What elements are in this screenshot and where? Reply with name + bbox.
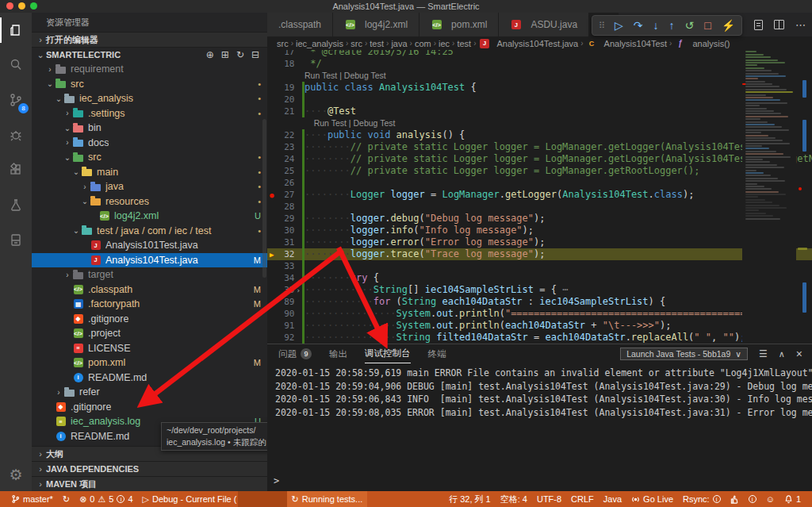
editor-tab-pom-xml[interactable]: </>pom.xml (419, 13, 499, 36)
tree-item-src[interactable]: ⌄src• (32, 77, 267, 92)
open-changes-icon[interactable] (754, 20, 763, 30)
debug-launch-item[interactable]: ▷ Debug - Current File ( (138, 491, 238, 507)
tree-item-resources[interactable]: ⌄resources• (32, 194, 267, 209)
problems-item[interactable]: ⊗0 ⚠5 i4 (75, 491, 137, 507)
editor-tab--classpath[interactable]: .classpath (267, 13, 333, 36)
code-line-22[interactable]: 22····public void analysis() { (267, 129, 812, 141)
step-into-icon[interactable]: ↓ (653, 19, 659, 32)
smiley-icon[interactable]: ☺ (761, 491, 779, 507)
gutter[interactable] (267, 117, 302, 129)
gutter[interactable]: 17 (267, 50, 302, 58)
tree-item-bin[interactable]: ⌄bin (32, 121, 267, 136)
code-line-34[interactable]: 34········try { (267, 272, 812, 284)
overview-ruler[interactable] (798, 50, 812, 344)
tree-item-license[interactable]: ≡LICENSE (32, 341, 267, 356)
code-line-17[interactable]: 17 * @create 2019/5/16 14:25 (267, 50, 812, 58)
gutter[interactable]: ▶32 (267, 248, 302, 260)
gutter[interactable]: 29 (267, 213, 302, 225)
tree-item-log4j2-xml[interactable]: </>log4j2.xmlU (32, 209, 267, 224)
gutter[interactable]: 26 (267, 177, 302, 189)
tree-item--gitignore[interactable]: ◆.gitignore (32, 312, 267, 327)
breadcrumb-item[interactable]: iec_analysis (296, 39, 343, 48)
gutter[interactable]: ●27 (267, 189, 302, 201)
tree-item-target[interactable]: ›target (32, 267, 267, 282)
code-line-19[interactable]: 19public class Analysis104Test { (267, 82, 812, 94)
tree-item-analysis101test-java[interactable]: JAnalysis101Test.java (32, 238, 267, 253)
maximize-panel-icon[interactable]: ∧ (779, 349, 785, 359)
gutter[interactable]: 21 (267, 106, 302, 117)
run-test-link[interactable]: Run Test (314, 118, 347, 128)
tree-item-refer[interactable]: ›refer (32, 385, 267, 400)
tree-item-main[interactable]: ⌄main• (32, 165, 267, 180)
hot-code-replace-icon[interactable]: ⚡ (722, 19, 735, 32)
zoom-window-button[interactable] (30, 2, 37, 10)
gutter[interactable]: 91 (267, 320, 302, 332)
collapse-all-icon[interactable]: ⊟ (251, 48, 259, 63)
sync-icon[interactable]: ↻ (58, 491, 75, 507)
debug-icon[interactable] (0, 117, 32, 152)
code-editor[interactable]: 17 * @create 2019/5/16 14:2518 */Run Tes… (267, 50, 812, 344)
java-dependencies-section[interactable]: › JAVA DEPENDENCIES (32, 461, 267, 476)
code-line-92[interactable]: 92················String filted104DataSt… (267, 332, 812, 344)
tree-item-pom-xml[interactable]: </>pom.xmlM (32, 355, 267, 371)
open-editors-section[interactable]: › 打开的编辑器 (32, 32, 267, 47)
panel-tab-debug-console[interactable]: 调试控制台 (365, 344, 411, 363)
gutter[interactable]: 22 (267, 129, 302, 141)
code-line-26[interactable]: 26 (267, 177, 812, 189)
close-window-button[interactable] (6, 2, 13, 10)
gutter[interactable]: 30 (267, 225, 302, 236)
stop-icon[interactable]: □ (704, 19, 710, 32)
code-line-32[interactable]: ▶32········logger.trace("Trace log messa… (267, 248, 812, 260)
clear-console-icon[interactable]: ☰ (759, 348, 768, 359)
panel-tab-item[interactable]: 终端 (428, 344, 446, 363)
maven-section[interactable]: › MAVEN 项目 (32, 476, 267, 491)
tree-item--factorypath[interactable]: ▤.factorypathM (32, 297, 267, 312)
debug-test-link[interactable]: Debug Test (344, 71, 386, 80)
sidebar-scrollbar[interactable] (262, 119, 266, 278)
code-line-21[interactable]: 21····@Test (267, 106, 812, 117)
code-line-31[interactable]: 31········logger.error("Error log messag… (267, 236, 812, 248)
gutter[interactable]: 23 (267, 141, 302, 153)
gutter[interactable]: 35› (267, 284, 302, 296)
editor-tab-log4j2-xml[interactable]: </>log4j2.xml (333, 13, 419, 36)
tree-item-requirement[interactable]: ›requirement (32, 62, 267, 77)
gutter[interactable]: 19 (267, 82, 302, 94)
gutter[interactable]: 92 (267, 332, 302, 344)
new-folder-icon[interactable]: ⊞ (221, 48, 229, 63)
running-tests-item[interactable]: ↻ Running tests... (287, 491, 368, 507)
gutter[interactable] (267, 70, 302, 82)
code-line-90[interactable]: 90················System.out.println("==… (267, 308, 812, 320)
cursor-position-item[interactable]: 行 32, 列 1 (444, 491, 496, 507)
step-over-icon[interactable]: ↷ (634, 19, 643, 32)
step-out-icon[interactable]: ↑ (669, 19, 675, 32)
minimap[interactable] (742, 50, 796, 344)
tree-item--classpath[interactable]: </>.classpathM (32, 282, 267, 298)
test-explorer-icon[interactable] (0, 187, 32, 222)
go-live-item[interactable]: Go Live (626, 491, 678, 507)
gutter[interactable]: 89 (267, 296, 302, 308)
breadcrumb-item[interactable]: java (391, 39, 407, 48)
panel-tab-item[interactable]: 输出 (329, 344, 347, 363)
tree-item-docs[interactable]: ›docs (32, 136, 267, 151)
code-line-35[interactable]: 35›············String[] iec104SampleStrL… (267, 284, 812, 296)
code-line-33[interactable]: 33 (267, 260, 812, 272)
source-control-icon[interactable]: 8 (0, 83, 32, 117)
gutter[interactable]: 20 (267, 94, 302, 106)
code-line-28[interactable]: 28 (267, 201, 812, 213)
tree-item--gitignore[interactable]: ◆.gitignore (32, 400, 267, 415)
gutter[interactable]: 25 (267, 165, 302, 177)
notifications-item[interactable]: 1 (779, 491, 806, 507)
code-line-89[interactable]: 89············for (String each104DataStr… (267, 296, 812, 308)
indentation-item[interactable]: 空格: 4 (496, 491, 532, 507)
breadcrumb-item[interactable]: test (457, 39, 471, 48)
gutter[interactable]: 31 (267, 236, 302, 248)
gutter[interactable]: 24 (267, 153, 302, 165)
code-line-27[interactable]: ●27········Logger logger = LogManager.ge… (267, 189, 812, 201)
code-line-24[interactable]: 24········// private static Logger logge… (267, 153, 812, 165)
extensions-icon[interactable] (0, 152, 32, 187)
minimize-window-button[interactable] (18, 2, 25, 10)
feedback-info-icon[interactable]: i (744, 491, 761, 507)
code-line-25[interactable]: 25········// private static Logger logge… (267, 165, 812, 177)
gutter[interactable]: 90 (267, 308, 302, 320)
gutter[interactable]: 34 (267, 272, 302, 284)
